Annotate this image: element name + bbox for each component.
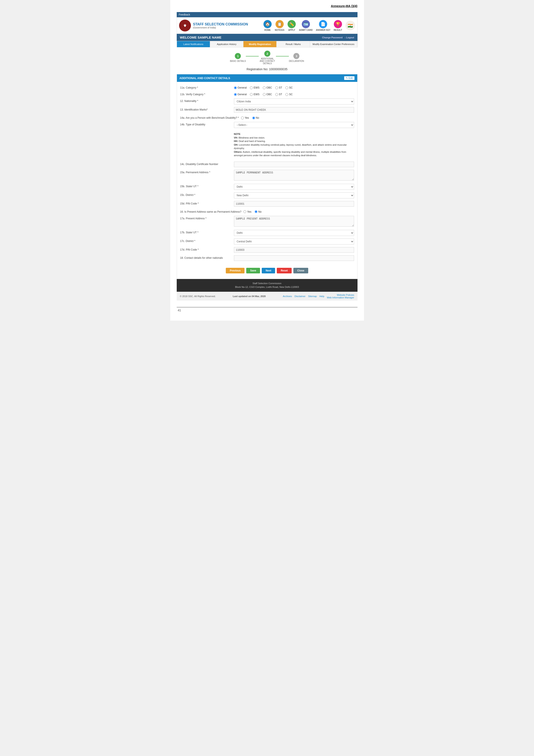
logout-link[interactable]: - Logout [345,36,354,39]
nationality-select[interactable]: Citizen India [234,98,354,104]
nav-notices[interactable]: 📋 NOTICES [275,20,284,31]
benchmark-options: Yes No [241,115,354,119]
disability-cert-input[interactable] [234,162,354,167]
verify-sc[interactable]: SC [285,93,293,96]
step-3: 3 DECLARATION [289,53,304,62]
nav-result[interactable]: 🏆 RESULT [334,20,342,31]
nav-admit[interactable]: 🪪 ADMIT CARD [299,20,313,31]
perm-address-row: 15a. Permanent Address * [180,170,354,181]
note-spacer [180,131,232,132]
disability-type-row: 14b. Type of Disability --Select-- [180,122,354,128]
present-address-label: 17a. Present Address * [180,216,232,220]
note-row: NOTE VH: Blindness and low vision. HH: D… [180,131,354,159]
nav-modify-exam-center[interactable]: Modify Examination Center Preferences [310,41,357,47]
disability-type-label: 14b. Type of Disability [180,122,232,126]
ssc-org-sub: (Government of India) [193,26,248,29]
apply-icon: ✏️ [288,20,296,28]
step-1: 1 BASIC DETAILS [230,53,246,62]
contact-other-control [234,255,354,261]
category-label: 11a. Category * [180,85,232,89]
present-district-select[interactable]: Central Delhi [234,238,354,245]
previous-button[interactable]: Previous [226,268,244,273]
category-general[interactable]: General [234,86,247,89]
nationality-row: 12. Nationality * Citizen India [180,98,354,104]
identification-control [234,107,354,113]
footer-archives[interactable]: Archives [283,295,292,298]
welcome-bar: WELCOME SAMPLE NAME Change Password - Lo… [177,34,358,41]
perm-address-control [234,170,354,181]
same-address-label: 16. Is Present Address same as Permanent… [180,209,242,213]
button-row: Previous Save Next Reset Close [180,263,354,276]
perm-district-control: New Delhi [234,192,354,199]
category-ews[interactable]: EWS [250,86,259,89]
category-options: General EWS OBC ST SC [234,85,354,89]
category-sc[interactable]: SC [285,86,293,89]
close-button[interactable]: Close [293,268,308,273]
footer-help[interactable]: Help [319,295,324,298]
save-button[interactable]: Save [246,268,260,273]
identification-label: 13. Identification Marks* [180,107,232,111]
footer-website-policies[interactable]: Website Policies Web Information Manager [327,294,354,299]
result-icon: 🏆 [334,20,342,28]
category-obc[interactable]: OBC [263,86,272,89]
nav-application-history[interactable]: Application History [210,41,243,47]
perm-pin-row: 15d. PIN Code * [180,201,354,206]
nav-latest-notifications[interactable]: Latest Notifications [177,41,210,47]
nav-apply[interactable]: ✏️ APPLY [288,20,296,31]
perm-state-row: 15b. State/ UT * Delhi [180,184,354,190]
nav-home-label: HOME [264,29,271,31]
step-2-circle: 2 [264,51,270,57]
footer-line2: Block No-12, CGO Complex, Lodhi Road, Ne… [179,285,355,289]
feedback-bar: Feedback [177,12,358,17]
present-address-input[interactable] [234,216,354,227]
admit-icon: 🪪 [302,20,310,28]
footer-copyright: © 2018 SSC. All Rights Reserved. [180,295,216,298]
verify-general[interactable]: General [234,93,247,96]
contact-other-row: 18. Contact details for other nationals [180,255,354,261]
nav-home[interactable]: 🏠 HOME [264,20,272,31]
benchmark-yes[interactable]: Yes [241,116,249,119]
identification-row: 13. Identification Marks* [180,107,354,113]
next-button[interactable]: Next [262,268,275,273]
edit-button[interactable]: ✎ Edit [344,76,354,80]
present-address-row: 17a. Present Address * [180,216,354,227]
footer-sitemap[interactable]: Sitemap [308,295,317,298]
disability-cert-row: 14c. Disability Certificate Number [180,162,354,167]
feedback-label[interactable]: Feedback [179,13,190,16]
notices-icon: 📋 [275,20,284,28]
perm-pin-input[interactable] [234,201,354,206]
nav-menu: Latest Notifications Application History… [177,41,358,47]
form-header: ADDITIONAL AND CONTACT DETAILS ✎ Edit [177,74,357,82]
perm-state-select[interactable]: Delhi [234,184,354,190]
change-password-link[interactable]: Change Password [322,36,343,39]
reset-button[interactable]: Reset [277,268,292,273]
verify-category-label: 11b. Verify Category * [180,92,232,96]
verify-obc[interactable]: OBC [263,93,272,96]
present-pin-input[interactable] [234,247,354,253]
same-address-no[interactable]: No [255,210,262,213]
benchmark-no[interactable]: No [252,116,259,119]
nav-answer[interactable]: 📄 ANSWER KEY [316,20,330,31]
footer-last-updated: Last updated on 04 Mar, 2020 [233,295,266,298]
disability-cert-label: 14c. Disability Certificate Number [180,162,232,166]
perm-address-input[interactable] [234,170,354,180]
perm-district-label: 15c. District * [180,192,232,197]
contact-other-input[interactable] [234,255,354,261]
disability-type-select[interactable]: --Select-- [234,122,354,128]
header-section: ⚜ STAFF SELECTION COMMISSION (Government… [177,17,358,34]
nav-result-marks[interactable]: Result / Marks [277,41,310,47]
verify-st[interactable]: ST [275,93,282,96]
nav-modify-registration[interactable]: Modify Registration [243,41,277,47]
present-pin-label: 17d. PIN Code * [180,247,232,251]
same-address-yes[interactable]: Yes [243,210,251,213]
verify-ews[interactable]: EWS [250,93,259,96]
present-district-label: 17c. District * [180,238,232,243]
note-content: NOTE VH: Blindness and low vision. HH: D… [234,131,354,159]
present-state-select[interactable]: Delhi [234,230,354,236]
perm-district-select[interactable]: New Delhi [234,192,354,199]
footer-disclaimer[interactable]: Disclaimer [294,295,305,298]
home-icon: 🏠 [264,20,272,28]
nav-answer-label: ANSWER KEY [316,29,330,31]
category-st[interactable]: ST [275,86,282,89]
identification-input[interactable] [234,107,354,113]
